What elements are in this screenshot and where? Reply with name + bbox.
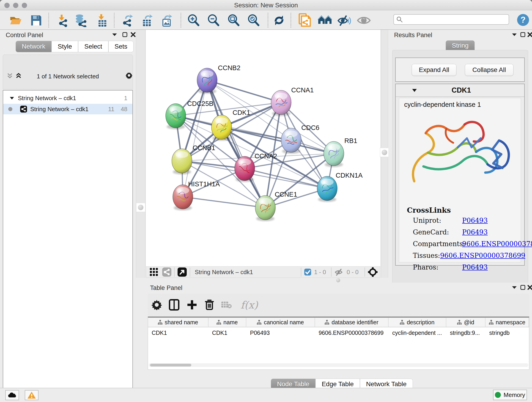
cell[interactable]: P06493 bbox=[246, 328, 315, 338]
search-input[interactable] bbox=[403, 16, 499, 23]
node-CCNA2[interactable] bbox=[234, 156, 255, 182]
network-view[interactable]: CCNB2CCNA1CDC25BCDK1CDC6RB1CCNB1CCNA2CDK… bbox=[146, 30, 381, 266]
table-panel-float-icon[interactable] bbox=[519, 284, 526, 291]
function-builder-icon[interactable]: f(x) bbox=[237, 298, 262, 312]
toolbar-search-field[interactable] bbox=[393, 14, 509, 25]
refresh-icon[interactable] bbox=[272, 13, 286, 27]
column-header-canonical-name[interactable]: canonical name bbox=[246, 318, 315, 327]
tab-sets[interactable]: Sets bbox=[108, 41, 133, 52]
tab-string[interactable]: String bbox=[446, 40, 475, 51]
delete-column-trash-icon[interactable] bbox=[202, 298, 216, 312]
save-session-icon[interactable] bbox=[29, 13, 43, 27]
table-panel-close-icon[interactable] bbox=[526, 284, 532, 291]
table-splitter-handle[interactable] bbox=[335, 278, 341, 282]
show-all-icon[interactable] bbox=[357, 13, 371, 27]
home-icon[interactable] bbox=[318, 13, 332, 27]
control-panel-close-icon[interactable] bbox=[130, 31, 137, 38]
open-session-icon[interactable] bbox=[8, 13, 23, 27]
warnings-button[interactable] bbox=[25, 390, 38, 400]
control-panel-menu-icon[interactable] bbox=[111, 31, 118, 38]
grid-view-icon[interactable] bbox=[149, 268, 158, 277]
node-HIST1H1A[interactable] bbox=[173, 185, 193, 211]
help-icon[interactable]: ? bbox=[516, 13, 530, 27]
results-panel-close-icon[interactable] bbox=[526, 31, 532, 38]
export-table-icon[interactable] bbox=[140, 13, 154, 27]
edge-CCNB2-HIST1H1A[interactable] bbox=[183, 80, 207, 197]
cell[interactable]: cyclin-dependent ... bbox=[389, 328, 446, 338]
table-panel-menu-icon[interactable] bbox=[511, 284, 518, 291]
results-panel-menu-icon[interactable] bbox=[511, 31, 518, 38]
gene-expander-icon[interactable] bbox=[412, 89, 417, 92]
tab-network[interactable]: Network bbox=[16, 41, 51, 52]
node-CDK1[interactable] bbox=[211, 115, 232, 141]
tab-style[interactable]: Style bbox=[51, 41, 78, 52]
network-view-toolbar: String Network – cdk1 1 - 0 0 - 0 bbox=[146, 266, 380, 278]
cell[interactable]: stringdb:9... bbox=[446, 328, 486, 338]
collection-expander-icon[interactable] bbox=[10, 96, 14, 100]
left-splitter[interactable] bbox=[136, 30, 145, 278]
edge-HIST1H1A-CCNE1[interactable] bbox=[183, 197, 265, 208]
show-columns-icon[interactable] bbox=[167, 298, 181, 312]
scrollbar-thumb[interactable] bbox=[150, 364, 191, 366]
zoom-fit-icon[interactable] bbox=[227, 13, 241, 27]
memory-button[interactable]: Memory bbox=[493, 390, 527, 400]
cell[interactable]: CDK1 bbox=[148, 328, 209, 338]
column-header-description[interactable]: description bbox=[389, 318, 446, 327]
collapse-all-button[interactable]: Collapse All bbox=[465, 64, 513, 76]
network-options-gear-icon[interactable] bbox=[126, 72, 133, 79]
node-CDC25B[interactable] bbox=[166, 104, 186, 129]
cell[interactable]: 9606.ENSP00000378699 bbox=[315, 328, 389, 338]
node-CCNA1[interactable] bbox=[271, 90, 291, 116]
table-row[interactable]: CDK1CDK1P064939606.ENSP00000378699cyclin… bbox=[148, 328, 529, 338]
delete-table-icon[interactable] bbox=[219, 298, 234, 312]
add-column-icon[interactable] bbox=[185, 298, 199, 312]
node-CCNB2[interactable] bbox=[197, 68, 217, 94]
export-network-icon[interactable] bbox=[120, 13, 134, 27]
zoom-out-icon[interactable] bbox=[206, 13, 221, 27]
crosslink-value-link[interactable]: 9606.ENSP00000378699 bbox=[440, 252, 525, 259]
column-header--id[interactable]: @id bbox=[446, 318, 486, 327]
column-header-name[interactable]: name bbox=[209, 318, 247, 327]
crosslink-value-link[interactable]: P06493 bbox=[462, 217, 488, 224]
right-splitter-handle[interactable] bbox=[380, 148, 389, 157]
birds-eye-view-icon[interactable] bbox=[177, 267, 187, 277]
crosshair-icon[interactable] bbox=[368, 267, 378, 277]
cell[interactable]: stringdb bbox=[486, 328, 529, 338]
node-CCNB1[interactable] bbox=[172, 149, 192, 174]
table-horizontal-scrollbar[interactable] bbox=[149, 363, 528, 367]
edge-CCNB2-CCNA1[interactable] bbox=[207, 80, 281, 102]
import-table-icon[interactable] bbox=[95, 13, 109, 27]
network-collection-row[interactable]: String Network – cdk1 1 bbox=[3, 93, 133, 103]
node-RB1[interactable] bbox=[324, 141, 344, 167]
zoom-in-icon[interactable] bbox=[186, 13, 201, 27]
zoom-selected-icon[interactable] bbox=[247, 13, 261, 27]
crosslink-value-link[interactable]: P06493 bbox=[462, 263, 488, 271]
node-CDKN1A[interactable] bbox=[317, 176, 337, 202]
cloud-status-button[interactable] bbox=[5, 390, 19, 400]
crosslink-value-link[interactable]: P06493 bbox=[462, 228, 488, 236]
column-header-shared-name[interactable]: shared name bbox=[148, 318, 209, 327]
node-CDC6[interactable] bbox=[281, 128, 301, 154]
table-settings-gear-icon[interactable] bbox=[150, 298, 164, 312]
node-CCNE1[interactable] bbox=[255, 196, 275, 221]
control-panel-float-icon[interactable] bbox=[121, 31, 128, 38]
network-row[interactable]: String Network – cdk1 11 48 bbox=[3, 104, 133, 114]
results-panel-float-icon[interactable] bbox=[519, 31, 526, 38]
string-document-share-icon[interactable] bbox=[298, 13, 312, 27]
node-label-CCNA1: CCNA1 bbox=[291, 86, 314, 94]
export-image-icon[interactable] bbox=[160, 13, 174, 27]
control-panel: Control Panel Network Style Select Sets … bbox=[0, 30, 136, 388]
tab-select[interactable]: Select bbox=[78, 41, 108, 52]
network-share-view-icon[interactable] bbox=[162, 268, 171, 277]
cell[interactable]: CDK1 bbox=[209, 328, 247, 338]
edge-CCNB2-CCNE1[interactable] bbox=[207, 80, 265, 208]
crosslink-value-link[interactable]: 9606.ENSP00000378699 bbox=[462, 240, 532, 248]
import-network-database-icon[interactable] bbox=[74, 13, 88, 27]
hide-selected-icon[interactable] bbox=[337, 13, 351, 27]
import-network-file-icon[interactable] bbox=[55, 13, 70, 27]
left-splitter-handle[interactable] bbox=[136, 203, 145, 212]
column-header-namespace[interactable]: namespace bbox=[486, 318, 529, 327]
expand-all-button[interactable]: Expand All bbox=[412, 64, 456, 76]
gene-header[interactable]: CDK1 bbox=[396, 84, 524, 97]
column-header-database-identifier[interactable]: database identifier bbox=[315, 318, 389, 327]
